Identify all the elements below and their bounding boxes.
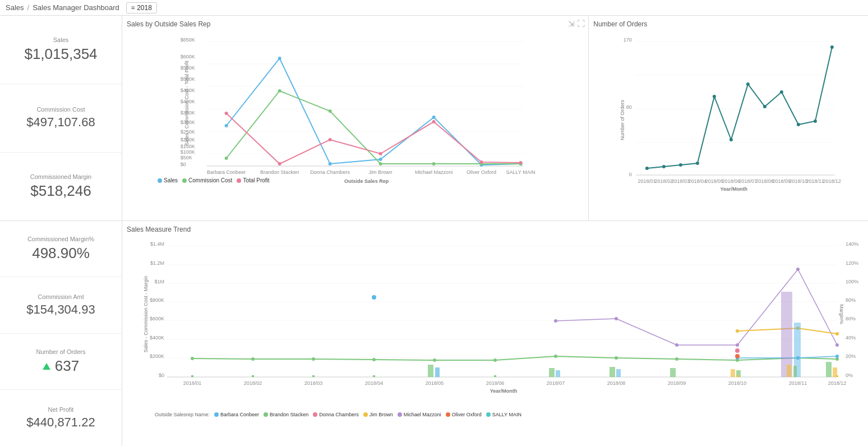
svg-text:2018/08: 2018/08 <box>607 380 626 386</box>
svg-rect-164 <box>826 362 832 377</box>
svg-text:$1.2M: $1.2M <box>150 260 164 266</box>
svg-text:Donna Chambers: Donna Chambers <box>310 169 350 175</box>
svg-rect-154 <box>556 370 560 377</box>
svg-text:100%: 100% <box>846 279 858 284</box>
legend-jim-dot <box>363 412 368 417</box>
svg-point-80 <box>763 105 767 108</box>
legend-donna-label: Donna Chambers <box>319 412 359 417</box>
legend-oliver-label: Oliver Oxford <box>452 412 482 417</box>
svg-point-34 <box>432 116 436 119</box>
kpi-top-panel: Sales $1,015,354 Commission Cost $497,10… <box>0 16 122 220</box>
legend-barbara: Barbara Conbeer <box>214 412 259 417</box>
svg-point-150 <box>835 332 839 335</box>
svg-text:2018/03: 2018/03 <box>304 380 323 386</box>
svg-text:2018/05: 2018/05 <box>705 178 724 184</box>
svg-point-148 <box>736 329 739 333</box>
chart-icons[interactable]: ⇲ ⛶ <box>568 19 585 28</box>
svg-text:80: 80 <box>626 104 632 110</box>
svg-rect-156 <box>616 369 621 377</box>
svg-text:2018/07: 2018/07 <box>739 178 758 184</box>
svg-point-139 <box>736 343 739 347</box>
svg-point-50 <box>519 161 523 164</box>
svg-point-129 <box>493 358 497 362</box>
legend-commission-dot <box>182 178 187 183</box>
legend-michael-dot <box>398 412 402 417</box>
svg-point-147 <box>735 354 740 358</box>
legend-commission: Commission Cost <box>182 177 232 183</box>
svg-text:Sales - Commission Cost - Marg: Sales - Commission Cost - Margin <box>143 275 149 352</box>
kpi-commissioned-margin-pct-label: Commissioned Margin% <box>27 236 94 242</box>
svg-rect-152 <box>435 367 440 377</box>
svg-text:Year/Month: Year/Month <box>721 186 748 192</box>
legend-profit-label: Total Profit <box>243 177 269 183</box>
kpi-net-profit: Net Profit $440,871.22 <box>0 390 122 446</box>
kpi-bottom-panel: Commissioned Margin% 498.90% Commission … <box>0 221 122 446</box>
legend-outside-label: Outside Salesrep Name: <box>155 412 210 417</box>
svg-text:Barbara Conbeer: Barbara Conbeer <box>207 169 246 175</box>
svg-text:SALLY MAIN: SALLY MAIN <box>506 169 535 175</box>
svg-text:$400K: $400K <box>150 335 164 341</box>
svg-text:2018/06: 2018/06 <box>722 178 741 184</box>
legend-barbara-label: Barbara Conbeer <box>220 412 259 417</box>
svg-point-30 <box>225 124 228 127</box>
svg-point-140 <box>796 268 800 271</box>
legend-jim: Jim Brown <box>363 412 393 417</box>
breadcrumb-page[interactable]: Sales Manager Dashboard <box>33 3 119 12</box>
svg-text:$800K: $800K <box>150 297 164 303</box>
svg-point-82 <box>797 123 800 126</box>
breadcrumb-root[interactable]: Sales <box>6 3 24 12</box>
top-section: Sales $1,015,354 Commission Cost $497,10… <box>0 16 868 221</box>
chart-sales-rep-title: Sales by Outside Sales Rep <box>127 20 584 28</box>
trend-svg: $1.4M $1.2M $1M $800K $600K $400K $200K … <box>127 236 864 410</box>
svg-point-128 <box>433 358 436 362</box>
svg-text:Number of Orders: Number of Orders <box>620 99 625 140</box>
svg-text:Margin%: Margin% <box>839 304 844 324</box>
orders-number: 637 <box>55 357 79 375</box>
kpi-num-orders-value: 637 <box>43 357 79 375</box>
download-icon[interactable]: ⇲ <box>568 19 575 28</box>
svg-rect-158 <box>731 369 735 377</box>
svg-text:170: 170 <box>624 37 632 43</box>
chart-orders-title: Number of Orders <box>593 20 864 28</box>
expand-icon[interactable]: ⛶ <box>577 19 585 28</box>
svg-point-38 <box>278 89 281 93</box>
svg-point-79 <box>746 82 750 86</box>
svg-text:2018/11: 2018/11 <box>789 380 807 386</box>
breadcrumb: Sales / Sales Manager Dashboard <box>6 3 119 12</box>
svg-text:Jim Brown: Jim Brown <box>369 169 393 175</box>
svg-point-48 <box>432 120 436 123</box>
svg-text:2018/09: 2018/09 <box>668 380 686 386</box>
kpi-sales-value: $1,015,354 <box>24 45 97 63</box>
svg-point-37 <box>225 157 228 160</box>
svg-point-47 <box>379 152 382 155</box>
svg-point-32 <box>329 162 332 165</box>
svg-rect-162 <box>787 365 791 377</box>
svg-text:2018/08: 2018/08 <box>756 178 774 184</box>
svg-text:2018/10: 2018/10 <box>789 178 808 184</box>
svg-point-76 <box>696 162 699 165</box>
kpi-commissioned-margin-pct: Commissioned Margin% 498.90% <box>0 221 122 278</box>
svg-text:$600K: $600K <box>150 316 164 321</box>
svg-point-84 <box>830 45 834 49</box>
svg-text:2018/05: 2018/05 <box>426 380 444 386</box>
svg-text:$600K: $600K <box>181 54 195 59</box>
svg-text:2018/12: 2018/12 <box>828 380 847 386</box>
legend-brandon-dot <box>264 412 268 417</box>
svg-text:Oliver Oxford: Oliver Oxford <box>467 169 496 175</box>
year-filter[interactable]: = 2018 <box>126 2 157 13</box>
svg-point-145 <box>835 355 839 358</box>
kpi-commission-amt-value: $154,304.93 <box>26 302 95 317</box>
svg-rect-151 <box>428 365 433 377</box>
legend-brandon-label: Brandon Stacken <box>270 412 308 417</box>
kpi-commission-cost-value: $497,107.68 <box>26 115 95 130</box>
svg-point-46 <box>329 138 332 141</box>
legend-jim-label: Jim Brown <box>370 412 393 417</box>
svg-point-40 <box>379 162 382 165</box>
kpi-num-orders-label: Number of Orders <box>36 348 85 355</box>
legend-sales: Sales <box>158 177 178 183</box>
svg-point-126 <box>312 357 315 361</box>
legend-sally-label: SALLY MAIN <box>492 412 521 417</box>
svg-point-125 <box>251 357 255 361</box>
svg-text:80%: 80% <box>846 297 856 303</box>
chart-trend-legend: Outside Salesrep Name: Barbara Conbeer B… <box>127 412 864 417</box>
